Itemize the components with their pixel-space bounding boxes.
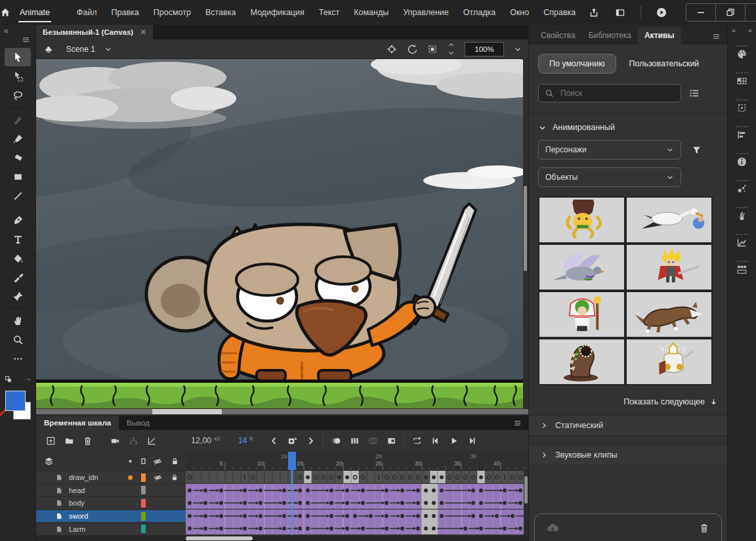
asset-thumbnail-wolf[interactable] [627,292,711,337]
list-view-icon[interactable] [689,88,700,98]
cloud-upload-icon[interactable] [547,522,558,534]
visibility-column-icon[interactable] [149,457,166,466]
asset-thumbnail-pigeon[interactable] [539,245,624,290]
dock-panel-align[interactable] [728,120,756,147]
outline-column-icon[interactable] [137,457,149,465]
asset-thumbnail-red-hood-mage[interactable] [539,292,624,337]
expand-dock-icon[interactable]: » [732,26,736,38]
dock-panel-particles[interactable] [728,174,756,201]
document-tab[interactable]: Безымянный-1 (Canvas) ✕ [36,25,153,39]
onion-skin-button[interactable] [328,433,344,448]
timeline-frames-row-draw_idn[interactable] [186,471,528,484]
timeline-frames-row-Larm[interactable] [186,522,528,535]
canvas-vertical-scrollbar[interactable] [523,59,528,408]
section-animated[interactable]: Анимированный [538,123,718,132]
dock-panel-transform[interactable] [728,93,756,120]
canvas-horizontal-scrollbar[interactable] [36,408,528,416]
menubar-item-10[interactable]: Справка [536,0,583,25]
menubar-item-5[interactable]: Текст [312,0,346,25]
collapse-panel-icon[interactable]: « [4,26,9,35]
lock-column-icon[interactable] [166,457,183,465]
loop-button[interactable] [409,433,425,448]
tool-more[interactable] [5,349,31,368]
collapse-dock-icon[interactable]: « [748,26,752,38]
step-forward-button[interactable] [464,433,480,448]
timeline-layer-sword[interactable]: sword [36,510,186,523]
delete-asset-icon[interactable] [699,523,709,533]
home-icon-button[interactable] [0,0,10,25]
tab-output[interactable]: Вывод [119,416,158,430]
play-button[interactable] [446,433,461,448]
panel-tab-0[interactable]: Свойства [534,27,582,45]
scene-name[interactable]: Scene 1 [66,45,95,54]
menubar-item-1[interactable]: Правка [104,0,146,25]
tool-selection[interactable] [5,48,31,66]
edit-multiple-frames-button[interactable] [365,433,381,448]
playhead-handle[interactable] [288,452,296,470]
center-stage-icon[interactable] [387,44,397,54]
tool-lasso[interactable] [5,86,31,104]
zoom-chevron-down-icon[interactable] [514,45,522,53]
frames-area[interactable]: 510152025303540451s2s3s [186,452,528,536]
workspace-button[interactable] [609,3,631,22]
swap-colors-icon[interactable] [5,376,13,384]
asset-thumbnail-blond-swordsman[interactable] [627,245,711,290]
parent-layers-button[interactable] [125,433,141,448]
dock-panel-info[interactable] [728,147,756,174]
section-sound-clips[interactable]: Звуковые клипы [529,444,727,465]
menubar-item-6[interactable]: Команды [346,0,396,25]
tool-hand[interactable] [5,311,31,330]
asset-thumbnail-monkey-character[interactable] [539,198,624,242]
dock-panel-frame-picker[interactable] [728,255,756,282]
tool-zoom[interactable] [5,330,31,349]
camera-button[interactable] [107,433,123,448]
close-button[interactable] [745,4,756,21]
tool-asset-warp[interactable] [5,287,31,305]
insert-frame-button[interactable] [383,433,399,448]
highlight-column-icon[interactable] [123,457,137,465]
timeline-frames-row-sword[interactable] [186,509,528,523]
fps-display[interactable]: 12,00 к/с 14 К [191,436,253,445]
zoom-stepper[interactable] [448,41,455,56]
timeline-ruler[interactable]: 510152025303540451s2s3s [186,452,528,471]
menubar-item-8[interactable]: Отладка [456,0,503,25]
tool-eraser[interactable] [5,148,31,167]
menubar-item-4[interactable]: Модификация [243,0,311,25]
timeline-layer-body[interactable]: body [36,497,186,510]
minimize-button[interactable] [686,4,715,21]
dock-panel-swatches[interactable] [728,66,756,93]
delete-button[interactable] [79,433,95,448]
toolbar-menu-icon[interactable] [22,35,30,44]
default-mode-button[interactable]: По умолчанию [538,54,616,74]
app-menu-animate[interactable]: Animate [10,0,59,25]
timeline-layer-head[interactable]: head [36,485,186,498]
layers-stack-icon[interactable] [44,456,54,466]
auto-keyframe-button[interactable] [284,433,300,448]
timeline-layer-draw_idn[interactable]: draw_idn [36,471,186,485]
test-movie-button[interactable] [650,3,673,22]
characters-dropdown[interactable]: Персонажи [538,140,681,160]
reset-colors-icon[interactable] [23,376,32,384]
panel-tab-1[interactable]: Библиотека [582,27,638,45]
asset-thumbnail-stork-with-baby[interactable] [627,198,711,242]
tool-pen[interactable] [5,211,31,229]
tool-subselection[interactable] [5,67,31,85]
dock-panel-color[interactable] [728,39,756,66]
section-static[interactable]: Статический [529,415,727,436]
tab-timeline[interactable]: Временная шкала [36,416,119,430]
menubar-item-3[interactable]: Вставка [198,0,243,25]
panel-tab-2[interactable]: Активы [638,27,681,45]
scene-chevron-down-icon[interactable] [104,45,112,53]
menubar-item-7[interactable]: Управление [396,0,456,25]
next-keyframe-button[interactable] [303,433,318,448]
restore-button[interactable] [715,4,745,21]
new-folder-button[interactable] [61,433,77,448]
prev-keyframe-button[interactable] [266,433,282,448]
asset-thumbnail-worm-monster[interactable] [539,339,624,384]
timeline-layer-Larm[interactable]: Larm [36,523,186,536]
clip-content-icon[interactable] [427,44,438,54]
timeline-frames-row-head[interactable] [186,484,528,497]
dock-panel-brushes[interactable] [728,201,756,228]
show-next-link[interactable]: Показать следующее [538,397,718,406]
filter-funnel-icon[interactable] [692,145,702,155]
